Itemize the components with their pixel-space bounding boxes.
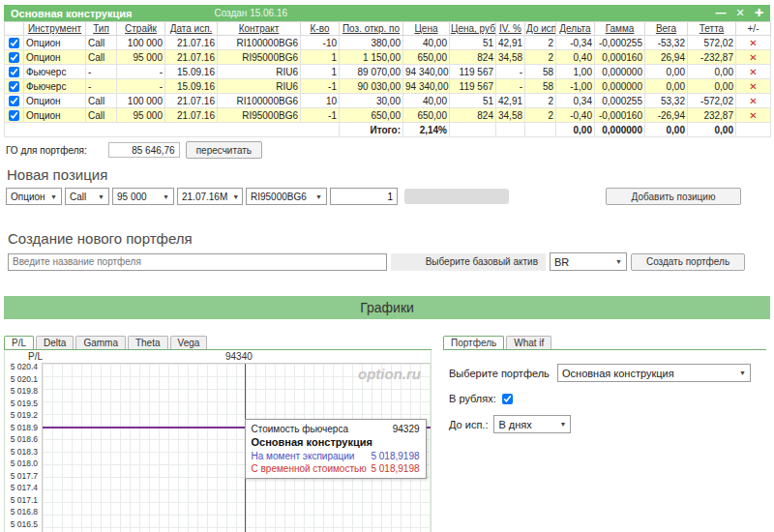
chevron-down-icon: ▼ [739,369,746,376]
contract-select[interactable]: RI95000BG6 ▼ [246,188,327,205]
watermark: option.ru [358,366,421,382]
cell-qty: 1 [301,65,340,79]
portfolio-select[interactable]: Основная конструкция ▼ [557,364,751,382]
cell-type: Call [86,94,117,108]
minimize-icon[interactable]: — [716,5,727,21]
col-open-pos[interactable]: Поз. откр. по [340,22,403,36]
tab-whatif[interactable]: What if [506,336,551,349]
instrument-select[interactable]: Опцион ▼ [6,188,62,205]
strike-select[interactable]: 95 000 ▼ [112,188,174,205]
cell-delta: 1,00 [556,65,595,79]
chevron-down-icon: ▼ [163,193,169,200]
cell-iv: - [496,79,525,94]
cell-delta: -0,34 [556,36,595,50]
delete-row-icon[interactable]: ✕ [749,81,757,92]
cell-price: 94 340,00 [403,65,450,79]
type-select[interactable]: Call ▼ [65,188,109,205]
col-instrument[interactable]: Инструмент [24,22,86,36]
create-portfolio-button[interactable]: Создать портфель [631,253,745,271]
cell-theta: -572,02 [688,94,736,108]
row-checkbox[interactable] [9,81,19,92]
cell-type: Call [86,36,117,50]
row-checkbox[interactable] [9,67,19,77]
col-iv[interactable]: IV. % [496,22,525,36]
table-row: Опцион Call 95 000 21.07.16 RI95000BG6 -… [5,108,771,123]
base-asset-select[interactable]: BR ▼ [550,252,627,271]
quantity-input[interactable] [330,188,398,205]
close-icon[interactable]: ✕ [736,5,745,21]
cell-gamma: 0,000000 [595,65,645,79]
cell-contract: RI95000BG6 [218,108,301,123]
cell-vega: 0,00 [645,65,688,79]
cell-contract: RIU6 [218,65,301,79]
rubles-checkbox[interactable] [502,394,513,404]
table-row: Опцион Call 100 000 21.07.16 RI100000BG6… [5,36,771,50]
tab-delta[interactable]: Delta [36,336,74,349]
tab-pl[interactable]: P/L [4,336,34,349]
delete-row-icon[interactable]: ✕ [749,96,757,106]
new-portfolio-row: Выберите базовый актив BR ▼ Создать порт… [8,252,766,271]
col-price[interactable]: Цена [403,22,450,36]
delete-row-icon[interactable]: ✕ [749,52,757,63]
add-position-button[interactable]: Добавить позицию [606,188,741,205]
recalculate-button[interactable]: пересчитать [186,141,262,159]
days-select[interactable]: В днях ▼ [493,415,571,433]
col-exp-date[interactable]: Дата исп. [165,22,218,36]
created-date: Создан 15.06.16 [214,8,287,18]
cell-delta: 0,40 [556,50,595,65]
tab-portfolio[interactable]: Портфель [443,336,504,349]
col-price-rub[interactable]: Цена, руб. [450,22,496,36]
tab-gamma[interactable]: Gamma [75,336,126,349]
delete-row-icon[interactable]: ✕ [749,110,757,121]
portfolio-settings-panel: Выберите портфель Основная конструкция ▼… [443,350,766,526]
y-axis: 5 020.45 020.15 019.85 019.55 019.25 018… [5,363,42,532]
cell-gamma: -0,000160 [595,108,645,123]
table-row: Опцион Call 100 000 21.07.16 RI100000BG6… [5,94,771,108]
col-gamma[interactable]: Гамма [595,22,645,36]
cell-instrument: Опцион [24,108,86,123]
cell-price: 94 340,00 [403,79,450,94]
cell-open-pos: 30,00 [340,94,403,108]
tooltip-futures-value: 94329 [393,423,420,435]
tab-theta[interactable]: Theta [128,336,168,349]
row-checkbox[interactable] [9,110,19,121]
col-days[interactable]: До исп. [525,22,556,36]
col-qty[interactable]: К-во [301,22,340,36]
row-checkbox[interactable] [9,96,19,106]
col-type[interactable]: Тип [86,22,117,36]
cell-exp-date: 15.09.16 [165,65,218,79]
charts-area: P/L Delta Gamma Theta Vega P/L 94340 5 0… [4,335,770,532]
delete-row-icon[interactable]: ✕ [749,38,757,48]
table-header-row: Инструмент Тип Страйк Дата исп. Контракт… [5,22,771,36]
chevron-down-icon: ▼ [615,258,622,265]
cell-qty: -1 [301,79,340,94]
delete-row-icon[interactable]: ✕ [749,67,757,77]
row-checkbox[interactable] [9,52,19,63]
plot-area[interactable]: option.ru Стоимость фьючерса 94329 Основ… [42,363,431,532]
exp-date-select[interactable]: 21.07.16М ▼ [177,188,243,205]
cell-vega: 0,00 [645,79,688,94]
cell-type: Call [86,50,117,65]
cell-strike: 95 000 [117,50,165,65]
add-icon[interactable]: ✚ [755,5,763,21]
cell-type: - [86,79,117,94]
strike-select-value: 95 000 [117,192,147,202]
col-contract[interactable]: Контракт [218,22,301,36]
cell-open-pos: 650,00 [340,108,403,123]
col-theta[interactable]: Тетта [688,22,736,36]
cell-price: 650,00 [403,50,450,65]
col-vega[interactable]: Вега [645,22,688,36]
tab-vega[interactable]: Vega [170,336,208,349]
chevron-down-icon: ▼ [315,193,322,200]
cell-strike: 100 000 [117,94,165,108]
cell-iv: 42,91 [496,36,525,50]
cell-type: - [86,65,117,79]
col-strike[interactable]: Страйк [117,22,165,36]
settings-column: Портфель What if Выберите портфель Основ… [443,335,766,526]
cell-theta: 0,00 [688,79,736,94]
cell-qty: 1 [301,50,340,65]
col-delta[interactable]: Дельта [556,22,595,36]
cell-price-rub: 119 567 [450,65,496,79]
portfolio-name-input[interactable] [8,253,387,271]
row-checkbox[interactable] [9,38,19,48]
